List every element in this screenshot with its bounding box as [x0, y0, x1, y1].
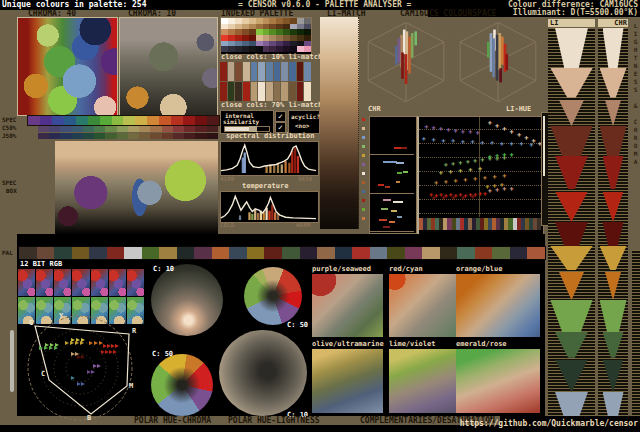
- svg-text:G: G: [29, 319, 33, 327]
- sidebar-leaf: [603, 272, 624, 300]
- palette-dot: [362, 127, 365, 130]
- scatter-marker: +: [461, 194, 465, 202]
- sidebar-leaf: [600, 192, 627, 222]
- scatter-marker: +: [510, 140, 514, 148]
- label-spec-box-1: SPEC: [2, 180, 16, 186]
- li-match-strip: [320, 17, 359, 229]
- close-col-swatch: [251, 82, 258, 101]
- rgb12-tile: [36, 269, 53, 296]
- scatter-marker: +: [451, 194, 455, 202]
- mini-scatter-dot: [391, 210, 397, 212]
- scatter-marker: +: [473, 157, 477, 165]
- mini-scatter-dot: [401, 147, 407, 149]
- right-edge-strip: [632, 250, 640, 424]
- pair-label-5: lime/violet: [389, 341, 435, 348]
- sidebar-leaf: [550, 126, 592, 156]
- scatter-marker: +: [463, 176, 467, 184]
- palette-dot: [362, 208, 365, 211]
- chroma-leaf-column: [598, 28, 628, 424]
- close-cols-10-swatches: [220, 62, 312, 81]
- scatter-marker: +: [458, 159, 462, 167]
- palette-cell: [256, 46, 263, 52]
- cam16ucs-cube-chroma: [362, 19, 450, 107]
- scatter-marker: +: [519, 140, 523, 148]
- close-col-swatch: [281, 82, 288, 101]
- mini-scatter-dot: [381, 208, 388, 210]
- palette-cell: [249, 46, 256, 52]
- c10-label-1: C: 10: [153, 266, 174, 273]
- pair-label-3: orange/blue: [456, 266, 502, 273]
- scatter-marker: +: [524, 134, 528, 142]
- spec-strip: [27, 115, 220, 126]
- scatter-marker: +: [466, 158, 470, 166]
- scatter-marker: +: [510, 185, 514, 193]
- scatter-marker: +: [468, 191, 472, 199]
- label-j50: J50%: [2, 133, 16, 139]
- c50-strip: [38, 126, 218, 132]
- cube-chr-label: CHR: [368, 106, 381, 113]
- pair-tile-lime-violet: [389, 349, 460, 413]
- close-col-swatch: [266, 82, 273, 101]
- scatter-marker: +: [468, 166, 472, 174]
- mini-scatter-dot: [378, 184, 384, 186]
- label-spec-box-2: BOX: [6, 188, 17, 194]
- acyclic-value: <no>: [295, 123, 309, 129]
- acyclic-label: acyclic?: [291, 114, 320, 120]
- hue-lightness-wheel-c50-bottom: [151, 354, 213, 416]
- palette-dot: [362, 172, 365, 175]
- scatter-gridline: [419, 199, 541, 200]
- scatter-marker: +: [446, 126, 450, 134]
- palette-cell: [221, 46, 228, 52]
- close-col-swatch: [228, 82, 235, 101]
- sidebar-leaf: [603, 100, 624, 126]
- li-hue-scatter-plot: ++++++++++++++++++++++++++++++++++++++++…: [417, 116, 544, 235]
- checkmark-icon: ✓: [278, 123, 283, 132]
- cold-label: COLD: [220, 222, 234, 228]
- scatter-marker: +: [453, 177, 457, 185]
- acyclic-checkbox-top[interactable]: ✓: [275, 111, 286, 122]
- label-c50: C50%: [2, 125, 16, 131]
- mini-scatter-panel: [370, 194, 414, 232]
- close-col-swatch: [258, 82, 265, 101]
- sidebar-leaf: [603, 332, 624, 360]
- spec-box-map: [55, 141, 218, 235]
- section-colourspace: CAM16UCS COLOURSPACE: [400, 10, 496, 18]
- sidebar-leaf: [603, 28, 624, 68]
- sidebar-li-chip: LI: [548, 19, 595, 27]
- cube-lihue-label: LI-HUE: [506, 106, 531, 113]
- internal-label-2: similarity: [223, 119, 259, 125]
- pair-tile-purple-seaweed: [312, 274, 383, 337]
- scatter-marker: +: [517, 131, 521, 139]
- scatter-marker: +: [432, 194, 436, 202]
- sidebar-leaf: [555, 392, 588, 418]
- scatter-marker: +: [449, 191, 453, 199]
- scatter-marker: +: [495, 186, 499, 194]
- rgb12-tile: [109, 269, 126, 296]
- mini-scatter-dot: [403, 171, 408, 173]
- mini-scatter-dot: [383, 199, 391, 201]
- hue-lightness-sphere-c10: [151, 264, 223, 336]
- rgb12-tile: [72, 269, 89, 296]
- svg-text:R: R: [132, 327, 137, 335]
- scatter-gridline: [419, 213, 541, 214]
- sidebar-leaf: [550, 360, 592, 392]
- close-col-swatch: [274, 82, 281, 101]
- svg-text:C: C: [41, 370, 45, 378]
- polar-hue-chroma-plot: GYRMBC: [15, 308, 141, 424]
- sidebar-leaf: [600, 360, 627, 392]
- rgb12-tile: [18, 269, 35, 296]
- app-title: = CENSOR v0.6.0 - PALETTE ANALYSER =: [238, 1, 411, 9]
- rgb12-tile: [91, 269, 108, 296]
- polar-scale-bar[interactable]: [10, 330, 14, 392]
- palette-dot: [362, 145, 365, 148]
- scatter-marker: +: [439, 191, 443, 199]
- repo-url-link[interactable]: https://github.com/Quickmarble/censor: [460, 420, 638, 428]
- mini-scatter-dot: [383, 161, 397, 163]
- sidebar-chr-chip: CHR: [598, 19, 628, 27]
- close-col-swatch: [281, 62, 288, 81]
- close-col-swatch: [304, 82, 311, 101]
- close-col-swatch: [274, 62, 281, 81]
- temperature-plot: [220, 191, 319, 223]
- mini-scatter-dot: [397, 216, 402, 218]
- checkmark-icon: ✓: [278, 112, 283, 121]
